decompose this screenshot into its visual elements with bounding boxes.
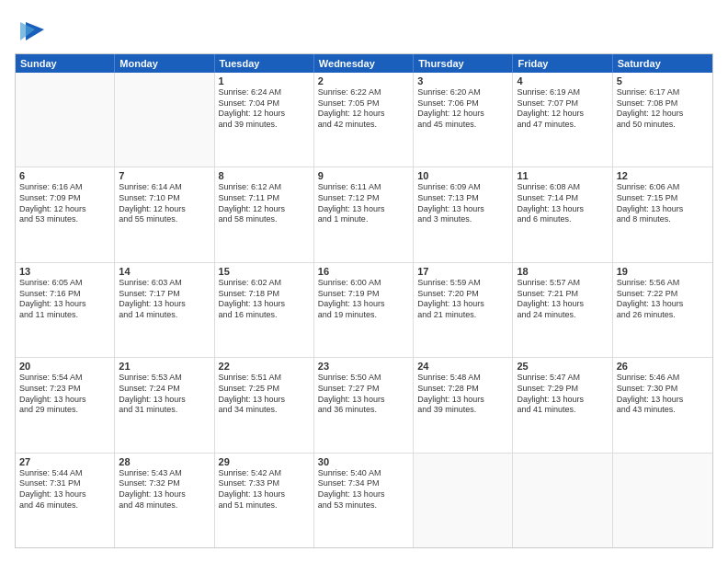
cell-line: and 1 minute.	[318, 214, 409, 225]
day-cell-25: 25Sunrise: 5:47 AMSunset: 7:29 PMDayligh…	[513, 358, 612, 452]
day-number: 14	[119, 266, 210, 277]
cell-line: Sunset: 7:23 PM	[19, 384, 110, 395]
cell-line: Daylight: 13 hours	[517, 299, 608, 310]
day-number: 20	[19, 361, 110, 372]
day-cell-6: 6Sunrise: 6:16 AMSunset: 7:09 PMDaylight…	[16, 167, 115, 261]
cell-line: Daylight: 13 hours	[318, 395, 409, 406]
cell-line: Daylight: 13 hours	[19, 395, 110, 406]
cell-line: and 39 minutes.	[219, 120, 310, 131]
cell-line: Sunrise: 5:57 AM	[517, 278, 608, 289]
cell-line: Sunrise: 5:43 AM	[119, 468, 210, 479]
cell-line: Daylight: 12 hours	[219, 204, 310, 215]
cell-line: Sunrise: 5:53 AM	[119, 373, 210, 384]
cell-line: Sunrise: 5:42 AM	[219, 468, 310, 479]
day-cell-18: 18Sunrise: 5:57 AMSunset: 7:21 PMDayligh…	[513, 263, 612, 357]
cell-line: Daylight: 12 hours	[318, 109, 409, 120]
day-number: 27	[19, 456, 110, 467]
cell-line: Sunrise: 6:19 AM	[517, 87, 608, 98]
empty-cell-0-1	[115, 73, 214, 167]
cell-line: Sunrise: 6:00 AM	[318, 278, 409, 289]
cell-line: Sunset: 7:04 PM	[219, 98, 310, 109]
day-cell-22: 22Sunrise: 5:51 AMSunset: 7:25 PMDayligh…	[215, 358, 314, 452]
day-cell-21: 21Sunrise: 5:53 AMSunset: 7:24 PMDayligh…	[115, 358, 214, 452]
cell-line: Daylight: 13 hours	[119, 489, 210, 500]
day-number: 29	[219, 456, 310, 467]
cell-line: Daylight: 12 hours	[517, 109, 608, 120]
cell-line: Sunrise: 6:11 AM	[318, 182, 409, 193]
cell-line: Sunset: 7:15 PM	[617, 193, 709, 204]
header-day-friday: Friday	[513, 54, 612, 73]
day-cell-5: 5Sunrise: 6:17 AMSunset: 7:08 PMDaylight…	[613, 73, 712, 167]
cell-line: Sunrise: 5:50 AM	[318, 373, 409, 384]
cell-line: Daylight: 13 hours	[417, 395, 508, 406]
day-cell-27: 27Sunrise: 5:44 AMSunset: 7:31 PMDayligh…	[16, 454, 115, 547]
cell-line: Daylight: 13 hours	[318, 299, 409, 310]
header	[15, 15, 713, 44]
day-number: 11	[517, 170, 608, 181]
day-number: 3	[417, 75, 508, 86]
empty-cell-4-4	[414, 454, 513, 547]
day-number: 24	[417, 361, 508, 372]
logo	[15, 15, 48, 44]
cell-line: Sunrise: 5:44 AM	[19, 468, 110, 479]
header-day-saturday: Saturday	[613, 54, 712, 73]
cell-line: Daylight: 13 hours	[617, 204, 709, 215]
day-number: 12	[617, 170, 709, 181]
cell-line: and 31 minutes.	[119, 405, 210, 416]
cell-line: and 24 minutes.	[517, 310, 608, 321]
day-number: 30	[318, 456, 409, 467]
cell-line: Sunset: 7:18 PM	[219, 289, 310, 300]
cell-line: Sunset: 7:27 PM	[318, 384, 409, 395]
cell-line: Sunset: 7:30 PM	[617, 384, 709, 395]
calendar-row-2: 13Sunrise: 6:05 AMSunset: 7:16 PMDayligh…	[16, 263, 712, 358]
day-cell-28: 28Sunrise: 5:43 AMSunset: 7:32 PMDayligh…	[115, 454, 214, 547]
cell-line: Daylight: 12 hours	[417, 109, 508, 120]
calendar-header: SundayMondayTuesdayWednesdayThursdayFrid…	[16, 54, 712, 73]
day-number: 6	[19, 170, 110, 181]
cell-line: Sunset: 7:33 PM	[219, 478, 310, 489]
cell-line: Sunrise: 5:54 AM	[19, 373, 110, 384]
day-number: 26	[617, 361, 709, 372]
cell-line: Sunset: 7:12 PM	[318, 193, 409, 204]
cell-line: Sunrise: 6:16 AM	[19, 182, 110, 193]
cell-line: Sunrise: 6:03 AM	[119, 278, 210, 289]
cell-line: Sunset: 7:17 PM	[119, 289, 210, 300]
cell-line: Daylight: 12 hours	[219, 109, 310, 120]
cell-line: Sunset: 7:13 PM	[417, 193, 508, 204]
cell-line: Daylight: 13 hours	[219, 299, 310, 310]
cell-line: Daylight: 12 hours	[19, 204, 110, 215]
page: SundayMondayTuesdayWednesdayThursdayFrid…	[0, 0, 728, 563]
cell-line: Daylight: 12 hours	[119, 204, 210, 215]
cell-line: Sunrise: 5:40 AM	[318, 468, 409, 479]
cell-line: and 34 minutes.	[219, 405, 310, 416]
empty-cell-4-5	[513, 454, 612, 547]
cell-line: and 47 minutes.	[517, 120, 608, 131]
cell-line: and 14 minutes.	[119, 310, 210, 321]
day-cell-1: 1Sunrise: 6:24 AMSunset: 7:04 PMDaylight…	[215, 73, 314, 167]
day-number: 16	[318, 266, 409, 277]
day-cell-17: 17Sunrise: 5:59 AMSunset: 7:20 PMDayligh…	[414, 263, 513, 357]
cell-line: Daylight: 13 hours	[617, 395, 709, 406]
cell-line: Daylight: 13 hours	[417, 299, 508, 310]
day-cell-19: 19Sunrise: 5:56 AMSunset: 7:22 PMDayligh…	[613, 263, 712, 357]
cell-line: and 43 minutes.	[617, 405, 709, 416]
cell-line: Sunrise: 5:51 AM	[219, 373, 310, 384]
cell-line: and 58 minutes.	[219, 214, 310, 225]
day-number: 23	[318, 361, 409, 372]
header-day-wednesday: Wednesday	[314, 54, 414, 73]
day-cell-20: 20Sunrise: 5:54 AMSunset: 7:23 PMDayligh…	[16, 358, 115, 452]
cell-line: and 39 minutes.	[417, 405, 508, 416]
cell-line: Daylight: 13 hours	[19, 299, 110, 310]
cell-line: and 8 minutes.	[617, 214, 709, 225]
day-number: 13	[19, 266, 110, 277]
calendar: SundayMondayTuesdayWednesdayThursdayFrid…	[15, 53, 713, 548]
cell-line: and 50 minutes.	[617, 120, 709, 131]
cell-line: Sunset: 7:22 PM	[617, 289, 709, 300]
header-day-tuesday: Tuesday	[215, 54, 314, 73]
cell-line: Daylight: 13 hours	[318, 204, 409, 215]
cell-line: Sunset: 7:24 PM	[119, 384, 210, 395]
cell-line: and 45 minutes.	[417, 120, 508, 131]
calendar-row-0: 1Sunrise: 6:24 AMSunset: 7:04 PMDaylight…	[16, 73, 712, 167]
cell-line: and 55 minutes.	[119, 214, 210, 225]
cell-line: Sunset: 7:31 PM	[19, 478, 110, 489]
